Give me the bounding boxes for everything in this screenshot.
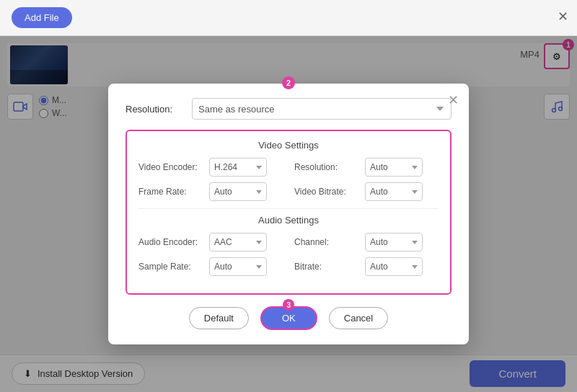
modal-close-button[interactable]: ✕ — [448, 92, 459, 108]
add-file-button[interactable]: Add File — [12, 7, 72, 28]
video-settings-grid: Video Encoder: H.264 Resolution: Auto — [138, 158, 439, 201]
top-resolution-select[interactable]: Same as resource — [192, 98, 452, 120]
channel-select[interactable]: Auto — [365, 233, 423, 251]
sample-rate-select[interactable]: Auto — [209, 257, 267, 276]
settings-modal: 2 ✕ Resolution: Same as resource Video S… — [108, 84, 469, 344]
top-bar: Add File ✕ — [0, 0, 577, 36]
sample-rate-row: Sample Rate: Auto — [138, 257, 283, 276]
top-resolution-row: Resolution: Same as resource — [125, 98, 452, 120]
resolution-sub-label: Resolution: — [294, 162, 359, 172]
default-button[interactable]: Default — [189, 307, 249, 329]
video-encoder-label: Video Encoder: — [138, 162, 203, 172]
settings-divider — [138, 208, 439, 209]
audio-settings-grid: Audio Encoder: AAC Channel: Auto — [138, 233, 439, 276]
video-encoder-row: Video Encoder: H.264 — [138, 158, 283, 177]
channel-row: Channel: Auto — [294, 233, 439, 251]
bitrate-label: Bitrate: — [294, 262, 359, 272]
settings-box: Video Settings Video Encoder: H.264 Reso… — [125, 130, 452, 295]
audio-settings-title: Audio Settings — [138, 215, 439, 226]
video-settings-title: Video Settings — [138, 140, 439, 151]
audio-encoder-row: Audio Encoder: AAC — [138, 233, 283, 251]
ok-button-wrap: 3 OK — [260, 306, 317, 330]
window-close-button[interactable]: ✕ — [558, 9, 568, 24]
cancel-button[interactable]: Cancel — [329, 307, 388, 329]
bitrate-row: Bitrate: Auto — [294, 257, 439, 276]
frame-rate-select[interactable]: Auto — [209, 182, 267, 201]
modal-overlay: 2 ✕ Resolution: Same as resource Video S… — [0, 36, 577, 392]
audio-encoder-select[interactable]: AAC — [209, 233, 267, 251]
sample-rate-label: Sample Rate: — [138, 262, 203, 272]
video-bitrate-label: Video Bitrate: — [294, 187, 359, 197]
frame-rate-row: Frame Rate: Auto — [138, 182, 283, 201]
modal-button-row: Default 3 OK Cancel — [125, 306, 452, 330]
audio-encoder-label: Audio Encoder: — [138, 237, 203, 247]
bitrate-select[interactable]: Auto — [365, 257, 423, 276]
resolution-sub-row: Resolution: Auto — [294, 158, 439, 177]
modal-number-badge: 2 — [282, 76, 295, 89]
channel-label: Channel: — [294, 237, 359, 247]
top-resolution-label: Resolution: — [125, 104, 183, 115]
video-encoder-select[interactable]: H.264 — [209, 158, 267, 177]
video-bitrate-select[interactable]: Auto — [365, 182, 423, 201]
video-bitrate-row: Video Bitrate: Auto — [294, 182, 439, 201]
main-area: MP4 ⚙ 1 M... W... — [0, 36, 577, 392]
ok-number-badge: 3 — [283, 299, 294, 311]
frame-rate-label: Frame Rate: — [138, 187, 203, 197]
resolution-sub-select[interactable]: Auto — [365, 158, 423, 177]
